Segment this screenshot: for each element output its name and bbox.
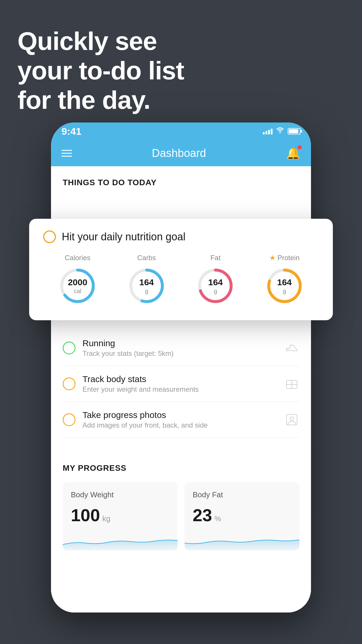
todo-photos-subtitle: Add images of your front, back, and side xyxy=(82,421,277,429)
protein-unit: g xyxy=(277,288,292,295)
calories-value: 2000 xyxy=(68,277,87,288)
fat-chart: 164 g xyxy=(195,265,236,306)
carbs-label: Carbs xyxy=(137,254,156,262)
calories-item: Calories 2000 cal xyxy=(57,254,98,306)
body-fat-value: 23 xyxy=(193,505,212,525)
nutrition-card: Hit your daily nutrition goal Calories 2… xyxy=(29,219,333,320)
fat-label: Fat xyxy=(210,254,221,262)
body-fat-chart xyxy=(184,530,299,550)
scale-icon xyxy=(284,376,299,391)
body-weight-unit: kg xyxy=(102,514,110,523)
protein-value: 164 xyxy=(277,277,292,288)
carbs-chart: 164 g xyxy=(126,265,167,306)
nav-bar: Dashboard 🔔 xyxy=(51,140,311,166)
todo-circle-body-stats xyxy=(63,377,75,390)
body-weight-card[interactable]: Body Weight 100 kg xyxy=(63,482,178,550)
app-headline: Quickly see your to-do list for the day. xyxy=(17,26,184,115)
fat-unit: g xyxy=(208,288,223,295)
svg-point-4 xyxy=(290,417,294,420)
status-time: 9:41 xyxy=(61,126,81,137)
nutrition-row: Calories 2000 cal Carbs xyxy=(43,254,319,306)
nutrition-card-title: Hit your daily nutrition goal xyxy=(62,231,185,243)
todo-circle-photos xyxy=(63,413,75,426)
fat-value: 164 xyxy=(208,277,223,288)
status-icons xyxy=(263,127,301,135)
signal-bars-icon xyxy=(263,128,273,134)
bell-notification-icon[interactable]: 🔔 xyxy=(286,146,301,160)
things-to-do-header: THINGS TO DO TODAY xyxy=(51,166,311,193)
progress-section: MY PROGRESS Body Weight 100 kg xyxy=(51,449,311,562)
wifi-icon xyxy=(276,127,284,135)
todo-circle-running xyxy=(63,342,75,354)
body-fat-label: Body Fat xyxy=(193,490,291,499)
nutrition-circle-indicator xyxy=(43,230,56,243)
protein-star-icon: ★ xyxy=(269,254,276,262)
todo-list: Running Track your stats (target: 5km) T… xyxy=(51,330,311,438)
protein-label: ★ Protein xyxy=(269,254,300,262)
notification-dot xyxy=(298,145,302,149)
todo-running-title: Running xyxy=(82,338,277,348)
progress-header: MY PROGRESS xyxy=(63,463,299,473)
fat-item: Fat 164 g xyxy=(195,254,236,306)
status-bar: 9:41 xyxy=(51,123,311,140)
todo-item-running[interactable]: Running Track your stats (target: 5km) xyxy=(63,330,299,366)
carbs-value: 164 xyxy=(139,277,154,288)
running-shoe-icon xyxy=(284,340,299,356)
battery-icon xyxy=(288,128,301,134)
todo-body-stats-title: Track body stats xyxy=(82,374,277,384)
nav-title: Dashboard xyxy=(152,147,206,160)
body-weight-value: 100 xyxy=(71,505,100,525)
todo-item-body-stats[interactable]: Track body stats Enter your weight and m… xyxy=(63,366,299,402)
body-weight-chart xyxy=(63,530,178,550)
carbs-item: Carbs 164 g xyxy=(126,254,167,306)
calories-label: Calories xyxy=(65,254,90,262)
hamburger-menu[interactable] xyxy=(61,150,72,157)
protein-item: ★ Protein 164 g xyxy=(264,254,305,306)
person-photo-icon xyxy=(284,412,299,427)
progress-cards: Body Weight 100 kg xyxy=(63,482,299,550)
body-fat-unit: % xyxy=(215,514,221,523)
calories-chart: 2000 cal xyxy=(57,265,98,306)
todo-item-photos[interactable]: Take progress photos Add images of your … xyxy=(63,402,299,438)
protein-chart: 164 g xyxy=(264,265,305,306)
carbs-unit: g xyxy=(139,288,154,295)
todo-body-stats-subtitle: Enter your weight and measurements xyxy=(82,385,277,393)
calories-unit: cal xyxy=(68,288,87,295)
todo-running-subtitle: Track your stats (target: 5km) xyxy=(82,349,277,358)
todo-photos-title: Take progress photos xyxy=(82,410,277,420)
body-fat-card[interactable]: Body Fat 23 % xyxy=(184,482,299,550)
phone-mockup: 9:41 Dashboard 🔔 xyxy=(51,123,311,612)
body-weight-label: Body Weight xyxy=(71,490,169,499)
